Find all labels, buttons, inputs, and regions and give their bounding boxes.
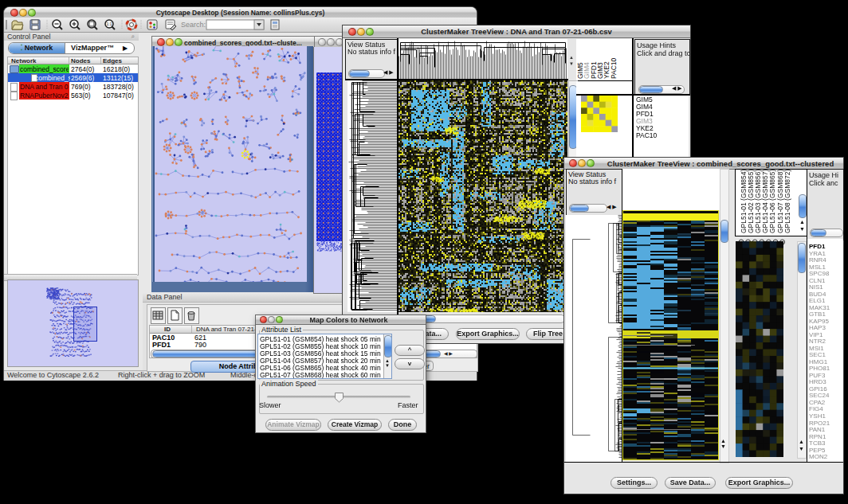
- svg-text:Search:: Search:: [181, 21, 206, 29]
- svg-text:1:1: 1:1: [107, 21, 112, 26]
- svg-text:GPL51-08 (GSM872): GPL51-08 (GSM872): [783, 170, 791, 233]
- svg-text:PAC10: PAC10: [610, 57, 618, 79]
